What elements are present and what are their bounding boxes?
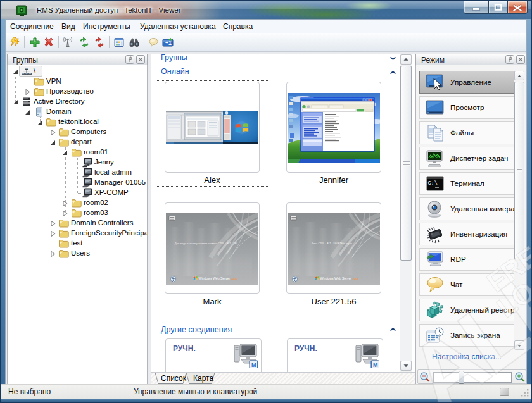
svg-text:M: M: [373, 362, 378, 368]
svg-text:Press CTRL + ALT + DELETE to l: Press CTRL + ALT + DELETE to log on: [312, 242, 352, 245]
svg-text:Для входа в систему нажмите кл: Для входа в систему нажмите клавиши CTRL…: [175, 242, 238, 245]
svg-text:Windows Web Server 2008: Windows Web Server 2008: [320, 276, 359, 280]
svg-text:M: M: [251, 362, 256, 368]
svg-text:Windows Web Server 2008: Windows Web Server 2008: [199, 276, 238, 280]
svg-text:C:\: C:\: [428, 180, 438, 187]
